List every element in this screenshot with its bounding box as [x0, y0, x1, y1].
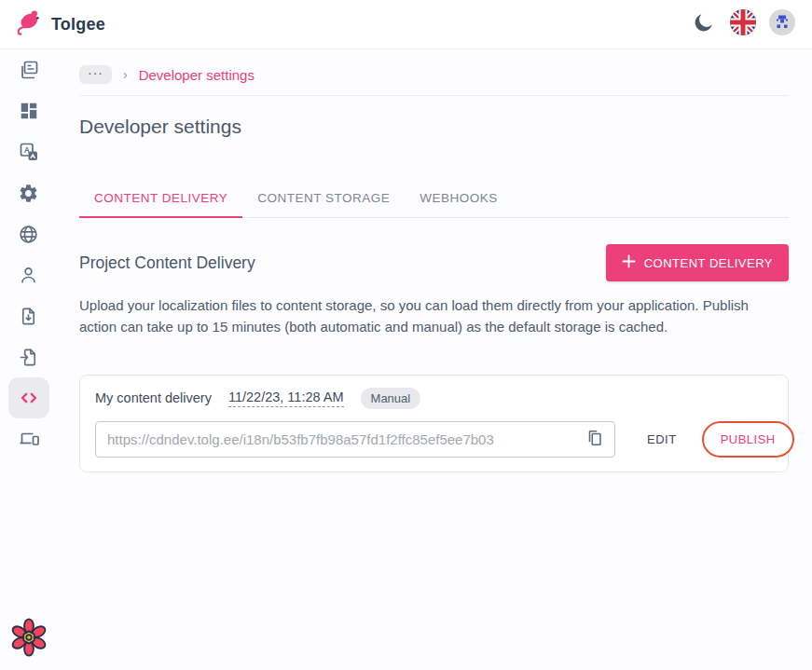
tab-bar: CONTENT DELIVERY CONTENT STORAGE WEBHOOK… — [79, 180, 789, 218]
dark-mode-toggle[interactable] — [691, 11, 717, 37]
tab-content-delivery[interactable]: CONTENT DELIVERY — [79, 180, 242, 217]
tab-webhooks[interactable]: WEBHOOKS — [405, 180, 513, 217]
edit-button[interactable]: EDIT — [647, 432, 677, 446]
export-file-icon — [18, 306, 39, 327]
delivery-mode-badge: Manual — [361, 388, 421, 409]
breadcrumb-current-link[interactable]: Developer settings — [139, 67, 255, 83]
sidebar-item-import[interactable] — [8, 336, 49, 377]
brand-name: Tolgee — [51, 15, 105, 34]
chevron-right-icon: › — [123, 67, 128, 82]
tolgee-mouse-icon — [13, 7, 44, 42]
sidebar-item-export[interactable] — [8, 295, 49, 336]
plus-icon — [622, 254, 636, 271]
language-menu-button[interactable] — [730, 11, 756, 37]
tolgee-logo[interactable]: Tolgee — [13, 7, 105, 42]
sidebar-item-settings[interactable] — [8, 172, 49, 213]
tab-content-storage[interactable]: CONTENT STORAGE — [242, 180, 405, 217]
section-title: Project Content Delivery — [79, 253, 255, 273]
delivery-timestamp[interactable]: 11/22/23, 11:28 AM — [228, 390, 344, 407]
delivery-name: My content delivery — [95, 390, 212, 405]
page-title: Developer settings — [79, 116, 789, 138]
main-content: ··· › Developer settings Developer setti… — [57, 49, 812, 670]
projects-icon — [18, 59, 40, 81]
globe-icon — [18, 224, 39, 245]
breadcrumb: ··· › Developer settings — [79, 61, 789, 89]
sidebar-item-members[interactable] — [8, 254, 49, 295]
sidebar-item-projects[interactable] — [8, 49, 49, 90]
user-menu-button[interactable] — [769, 11, 795, 37]
add-button-label: CONTENT DELIVERY — [644, 256, 773, 270]
copy-url-button[interactable] — [581, 424, 609, 455]
top-bar: Tolgee — [0, 0, 812, 49]
publish-button[interactable]: PUBLISH — [702, 421, 794, 458]
add-content-delivery-button[interactable]: CONTENT DELIVERY — [606, 244, 789, 281]
flower-mascot-icon — [8, 645, 49, 661]
settings-gear-icon — [18, 183, 39, 204]
copy-icon — [585, 428, 605, 451]
uk-flag-icon — [729, 8, 757, 40]
sidebar-item-dashboard[interactable] — [8, 90, 49, 131]
user-avatar — [768, 8, 796, 40]
moon-icon — [693, 11, 715, 37]
translations-icon: A — [18, 141, 40, 163]
breadcrumb-divider — [79, 95, 789, 96]
tolgee-mascot-help-button[interactable] — [8, 617, 49, 662]
dashboard-icon — [19, 101, 39, 121]
content-delivery-card: My content delivery 11/22/23, 11:28 AM M… — [79, 375, 789, 472]
section-description: Upload your localization files to conten… — [79, 294, 789, 338]
breadcrumb-collapsed-button[interactable]: ··· — [79, 65, 112, 84]
sidebar-item-languages[interactable] — [8, 213, 49, 254]
sidebar-item-integrate[interactable] — [8, 418, 49, 459]
code-brackets-icon — [18, 387, 40, 409]
delivery-url-input[interactable] — [107, 431, 581, 447]
sidebar: A — [0, 49, 57, 670]
devices-icon — [18, 428, 40, 450]
sidebar-item-translations[interactable]: A — [8, 131, 49, 172]
person-icon — [18, 265, 39, 286]
import-file-icon — [18, 347, 39, 368]
delivery-url-box — [95, 421, 615, 458]
sidebar-item-developer[interactable] — [8, 377, 49, 418]
